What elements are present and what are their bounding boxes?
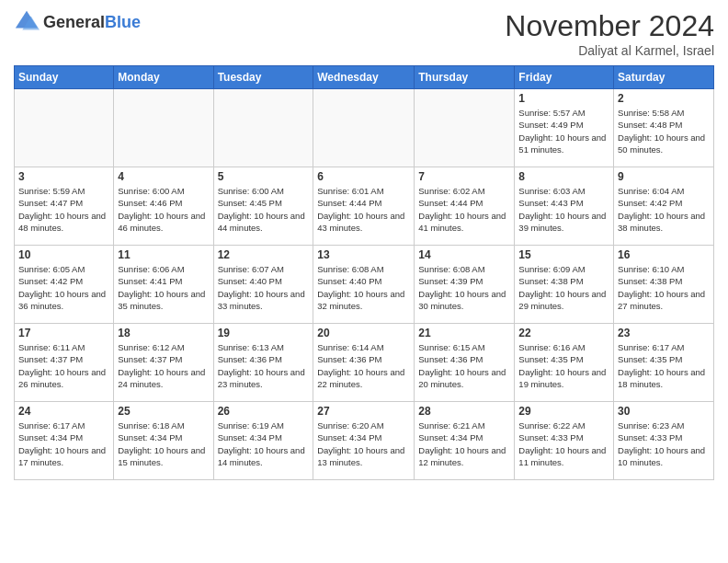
day-number: 9	[618, 170, 710, 183]
calendar-week-row: 1Sunrise: 5:57 AM Sunset: 4:49 PM Daylig…	[15, 89, 714, 167]
calendar-day-cell: 24Sunrise: 6:17 AM Sunset: 4:34 PM Dayli…	[15, 402, 114, 480]
day-number: 19	[218, 327, 310, 339]
calendar-day-cell: 28Sunrise: 6:21 AM Sunset: 4:34 PM Dayli…	[415, 402, 515, 480]
day-number: 28	[418, 405, 510, 418]
calendar-day-cell: 21Sunrise: 6:15 AM Sunset: 4:36 PM Dayli…	[415, 324, 515, 402]
calendar-day-cell: 30Sunrise: 6:23 AM Sunset: 4:33 PM Dayli…	[614, 402, 714, 480]
day-number: 30	[618, 405, 710, 418]
calendar-day-cell: 25Sunrise: 6:18 AM Sunset: 4:34 PM Dayli…	[114, 402, 213, 480]
day-info: Sunrise: 5:59 AM Sunset: 4:47 PM Dayligh…	[18, 185, 109, 234]
day-number: 15	[518, 248, 609, 261]
logo: GeneralBlue	[14, 9, 141, 35]
day-number: 26	[218, 405, 310, 418]
day-number: 3	[18, 170, 109, 183]
calendar-day-cell: 10Sunrise: 6:05 AM Sunset: 4:42 PM Dayli…	[15, 246, 114, 324]
day-number: 2	[618, 92, 710, 105]
calendar-week-row: 17Sunrise: 6:11 AM Sunset: 4:37 PM Dayli…	[15, 324, 714, 402]
calendar-day-cell: 12Sunrise: 6:07 AM Sunset: 4:40 PM Dayli…	[213, 246, 313, 324]
day-info: Sunrise: 6:09 AM Sunset: 4:38 PM Dayligh…	[518, 263, 609, 312]
day-info: Sunrise: 6:14 AM Sunset: 4:36 PM Dayligh…	[317, 341, 410, 390]
location: Daliyat al Karmel, Israel	[505, 43, 714, 58]
day-number: 10	[18, 248, 109, 261]
calendar-day-cell: 14Sunrise: 6:08 AM Sunset: 4:39 PM Dayli…	[415, 246, 515, 324]
calendar-day-cell: 8Sunrise: 6:03 AM Sunset: 4:43 PM Daylig…	[515, 167, 614, 246]
logo-blue: Blue	[105, 13, 141, 31]
day-number: 11	[118, 248, 209, 261]
day-info: Sunrise: 6:16 AM Sunset: 4:35 PM Dayligh…	[518, 341, 609, 390]
title-area: November 2024 Daliyat al Karmel, Israel	[505, 9, 714, 58]
calendar-table: SundayMondayTuesdayWednesdayThursdayFrid…	[14, 65, 714, 480]
day-number: 25	[118, 405, 209, 418]
day-number: 1	[518, 92, 609, 105]
day-info: Sunrise: 6:00 AM Sunset: 4:46 PM Dayligh…	[118, 185, 209, 234]
day-info: Sunrise: 6:08 AM Sunset: 4:39 PM Dayligh…	[418, 263, 510, 312]
calendar-day-cell: 2Sunrise: 5:58 AM Sunset: 4:48 PM Daylig…	[614, 89, 714, 167]
day-number: 21	[418, 327, 510, 339]
day-number: 23	[618, 327, 710, 339]
day-info: Sunrise: 5:58 AM Sunset: 4:48 PM Dayligh…	[618, 107, 710, 155]
day-info: Sunrise: 6:08 AM Sunset: 4:40 PM Dayligh…	[317, 263, 410, 312]
day-number: 27	[317, 405, 410, 418]
calendar-day-cell: 6Sunrise: 6:01 AM Sunset: 4:44 PM Daylig…	[313, 167, 415, 246]
day-info: Sunrise: 6:20 AM Sunset: 4:34 PM Dayligh…	[317, 419, 410, 468]
day-number: 17	[18, 327, 109, 339]
calendar-day-cell	[313, 89, 415, 167]
day-info: Sunrise: 6:10 AM Sunset: 4:38 PM Dayligh…	[618, 263, 710, 312]
day-number: 18	[118, 327, 209, 339]
calendar-weekday: Monday	[114, 66, 213, 89]
calendar-day-cell	[213, 89, 313, 167]
day-info: Sunrise: 6:19 AM Sunset: 4:34 PM Dayligh…	[218, 419, 310, 468]
calendar-weekday: Saturday	[614, 66, 714, 89]
calendar-day-cell: 11Sunrise: 6:06 AM Sunset: 4:41 PM Dayli…	[114, 246, 213, 324]
day-number: 5	[218, 170, 310, 183]
day-number: 12	[218, 248, 310, 261]
day-info: Sunrise: 6:03 AM Sunset: 4:43 PM Dayligh…	[518, 185, 609, 234]
day-info: Sunrise: 6:22 AM Sunset: 4:33 PM Dayligh…	[518, 419, 609, 468]
calendar-day-cell: 15Sunrise: 6:09 AM Sunset: 4:38 PM Dayli…	[515, 246, 614, 324]
day-number: 14	[418, 248, 510, 261]
day-info: Sunrise: 6:17 AM Sunset: 4:34 PM Dayligh…	[18, 419, 109, 468]
calendar-day-cell: 5Sunrise: 6:00 AM Sunset: 4:45 PM Daylig…	[213, 167, 313, 246]
day-number: 22	[518, 327, 609, 339]
day-info: Sunrise: 6:07 AM Sunset: 4:40 PM Dayligh…	[218, 263, 310, 312]
calendar-day-cell: 17Sunrise: 6:11 AM Sunset: 4:37 PM Dayli…	[15, 324, 114, 402]
page-header: GeneralBlue November 2024 Daliyat al Kar…	[14, 9, 714, 58]
calendar-weekday: Sunday	[15, 66, 114, 89]
day-info: Sunrise: 6:11 AM Sunset: 4:37 PM Dayligh…	[18, 341, 109, 390]
calendar-day-cell: 13Sunrise: 6:08 AM Sunset: 4:40 PM Dayli…	[313, 246, 415, 324]
day-number: 13	[317, 248, 410, 261]
calendar-weekday: Tuesday	[213, 66, 313, 89]
day-info: Sunrise: 6:00 AM Sunset: 4:45 PM Dayligh…	[218, 185, 310, 234]
calendar-day-cell: 22Sunrise: 6:16 AM Sunset: 4:35 PM Dayli…	[515, 324, 614, 402]
day-info: Sunrise: 6:21 AM Sunset: 4:34 PM Dayligh…	[418, 419, 510, 468]
day-info: Sunrise: 6:02 AM Sunset: 4:44 PM Dayligh…	[418, 185, 510, 234]
logo-icon	[14, 9, 40, 35]
day-info: Sunrise: 6:17 AM Sunset: 4:35 PM Dayligh…	[618, 341, 710, 390]
calendar-day-cell: 18Sunrise: 6:12 AM Sunset: 4:37 PM Dayli…	[114, 324, 213, 402]
day-info: Sunrise: 6:23 AM Sunset: 4:33 PM Dayligh…	[618, 419, 710, 468]
day-number: 29	[518, 405, 609, 418]
calendar-day-cell: 3Sunrise: 5:59 AM Sunset: 4:47 PM Daylig…	[15, 167, 114, 246]
day-info: Sunrise: 6:01 AM Sunset: 4:44 PM Dayligh…	[317, 185, 410, 234]
calendar-day-cell	[114, 89, 213, 167]
month-title: November 2024	[505, 9, 714, 43]
calendar-day-cell	[415, 89, 515, 167]
day-info: Sunrise: 6:04 AM Sunset: 4:42 PM Dayligh…	[618, 185, 710, 234]
day-number: 6	[317, 170, 410, 183]
logo-general: General	[43, 13, 105, 31]
day-info: Sunrise: 6:18 AM Sunset: 4:34 PM Dayligh…	[118, 419, 209, 468]
calendar-day-cell	[15, 89, 114, 167]
calendar-day-cell: 27Sunrise: 6:20 AM Sunset: 4:34 PM Dayli…	[313, 402, 415, 480]
calendar-day-cell: 16Sunrise: 6:10 AM Sunset: 4:38 PM Dayli…	[614, 246, 714, 324]
day-info: Sunrise: 6:06 AM Sunset: 4:41 PM Dayligh…	[118, 263, 209, 312]
calendar-day-cell: 4Sunrise: 6:00 AM Sunset: 4:46 PM Daylig…	[114, 167, 213, 246]
day-info: Sunrise: 6:13 AM Sunset: 4:36 PM Dayligh…	[218, 341, 310, 390]
day-number: 24	[18, 405, 109, 418]
calendar-weekday: Wednesday	[313, 66, 415, 89]
day-number: 8	[518, 170, 609, 183]
day-info: Sunrise: 6:12 AM Sunset: 4:37 PM Dayligh…	[118, 341, 209, 390]
calendar-day-cell: 1Sunrise: 5:57 AM Sunset: 4:49 PM Daylig…	[515, 89, 614, 167]
calendar-week-row: 3Sunrise: 5:59 AM Sunset: 4:47 PM Daylig…	[15, 167, 714, 246]
day-number: 4	[118, 170, 209, 183]
calendar-weekday: Thursday	[415, 66, 515, 89]
